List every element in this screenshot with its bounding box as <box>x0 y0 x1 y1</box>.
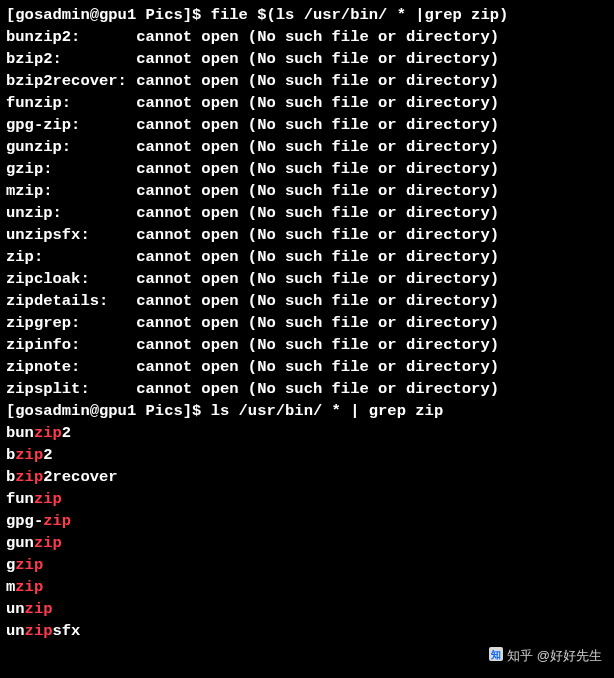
file-output-line: zipnote: cannot open (No such file or di… <box>6 358 499 376</box>
terminal-line: [gosadmin@gpu1 Pics]$ file $(ls /usr/bin… <box>6 4 608 26</box>
file-output-line: zipsplit: cannot open (No such file or d… <box>6 380 499 398</box>
terminal-line: bunzip2 <box>6 422 608 444</box>
terminal-line: zipcloak: cannot open (No such file or d… <box>6 268 608 290</box>
terminal-line: unzip: cannot open (No such file or dire… <box>6 202 608 224</box>
zhihu-icon: 知 <box>489 646 503 668</box>
terminal-line: unzipsfx <box>6 620 608 642</box>
terminal-output: [gosadmin@gpu1 Pics]$ file $(ls /usr/bin… <box>6 4 608 642</box>
terminal-line: unzip <box>6 598 608 620</box>
shell-prompt: [gosadmin@gpu1 Pics]$ <box>6 6 211 24</box>
terminal-line: mzip: cannot open (No such file or direc… <box>6 180 608 202</box>
grep-match: zip <box>15 446 43 464</box>
grep-pre: g <box>6 556 15 574</box>
grep-match: zip <box>34 534 62 552</box>
file-output-line: bzip2: cannot open (No such file or dire… <box>6 50 499 68</box>
terminal-line: bzip2recover <box>6 466 608 488</box>
terminal-line: zipgrep: cannot open (No such file or di… <box>6 312 608 334</box>
file-output-line: gzip: cannot open (No such file or direc… <box>6 160 499 178</box>
terminal-line: funzip: cannot open (No such file or dir… <box>6 92 608 114</box>
terminal-line: zipdetails: cannot open (No such file or… <box>6 290 608 312</box>
terminal-line: bunzip2: cannot open (No such file or di… <box>6 26 608 48</box>
grep-pre: gpg- <box>6 512 43 530</box>
file-output-line: zipcloak: cannot open (No such file or d… <box>6 270 499 288</box>
grep-match: zip <box>15 578 43 596</box>
grep-pre: un <box>6 622 25 640</box>
grep-pre: b <box>6 446 15 464</box>
terminal-line: gzip <box>6 554 608 576</box>
file-output-line: gpg-zip: cannot open (No such file or di… <box>6 116 499 134</box>
watermark-text: 知乎 @好好先生 <box>507 648 602 663</box>
terminal-line: gzip: cannot open (No such file or direc… <box>6 158 608 180</box>
file-output-line: mzip: cannot open (No such file or direc… <box>6 182 499 200</box>
grep-pre: bun <box>6 424 34 442</box>
terminal-line: gunzip <box>6 532 608 554</box>
file-output-line: unzipsfx: cannot open (No such file or d… <box>6 226 499 244</box>
shell-prompt: [gosadmin@gpu1 Pics]$ <box>6 402 211 420</box>
grep-pre: un <box>6 600 25 618</box>
grep-match: zip <box>34 490 62 508</box>
grep-pre: gun <box>6 534 34 552</box>
file-output-line: zip: cannot open (No such file or direct… <box>6 248 499 266</box>
file-output-line: unzip: cannot open (No such file or dire… <box>6 204 499 222</box>
watermark: 知 知乎 @好好先生 <box>489 645 602 668</box>
terminal-line: bzip2recover: cannot open (No such file … <box>6 70 608 92</box>
terminal-line: gpg-zip: cannot open (No such file or di… <box>6 114 608 136</box>
terminal-line: zipinfo: cannot open (No such file or di… <box>6 334 608 356</box>
grep-post: 2recover <box>43 468 117 486</box>
grep-match: zip <box>43 512 71 530</box>
terminal-line: mzip <box>6 576 608 598</box>
grep-pre: fun <box>6 490 34 508</box>
file-output-line: gunzip: cannot open (No such file or dir… <box>6 138 499 156</box>
file-output-line: zipgrep: cannot open (No such file or di… <box>6 314 499 332</box>
terminal-line: gunzip: cannot open (No such file or dir… <box>6 136 608 158</box>
grep-match: zip <box>25 622 53 640</box>
grep-pre: m <box>6 578 15 596</box>
file-output-line: zipinfo: cannot open (No such file or di… <box>6 336 499 354</box>
grep-post: 2 <box>43 446 52 464</box>
terminal-line: zip: cannot open (No such file or direct… <box>6 246 608 268</box>
grep-match: zip <box>15 556 43 574</box>
terminal-line: zipsplit: cannot open (No such file or d… <box>6 378 608 400</box>
terminal-line: zipnote: cannot open (No such file or di… <box>6 356 608 378</box>
file-output-line: funzip: cannot open (No such file or dir… <box>6 94 499 112</box>
file-output-line: bzip2recover: cannot open (No such file … <box>6 72 499 90</box>
grep-pre: b <box>6 468 15 486</box>
grep-post: sfx <box>53 622 81 640</box>
grep-match: zip <box>15 468 43 486</box>
terminal-line: [gosadmin@gpu1 Pics]$ ls /usr/bin/ * | g… <box>6 400 608 422</box>
file-output-line: zipdetails: cannot open (No such file or… <box>6 292 499 310</box>
terminal-line: bzip2 <box>6 444 608 466</box>
terminal-line: unzipsfx: cannot open (No such file or d… <box>6 224 608 246</box>
svg-text:知: 知 <box>490 649 501 660</box>
shell-command: file $(ls /usr/bin/ * |grep zip) <box>211 6 509 24</box>
grep-match: zip <box>34 424 62 442</box>
terminal-line: bzip2: cannot open (No such file or dire… <box>6 48 608 70</box>
shell-command: ls /usr/bin/ * | grep zip <box>211 402 444 420</box>
grep-match: zip <box>25 600 53 618</box>
file-output-line: bunzip2: cannot open (No such file or di… <box>6 28 499 46</box>
terminal-line: gpg-zip <box>6 510 608 532</box>
grep-post: 2 <box>62 424 71 442</box>
terminal-line: funzip <box>6 488 608 510</box>
